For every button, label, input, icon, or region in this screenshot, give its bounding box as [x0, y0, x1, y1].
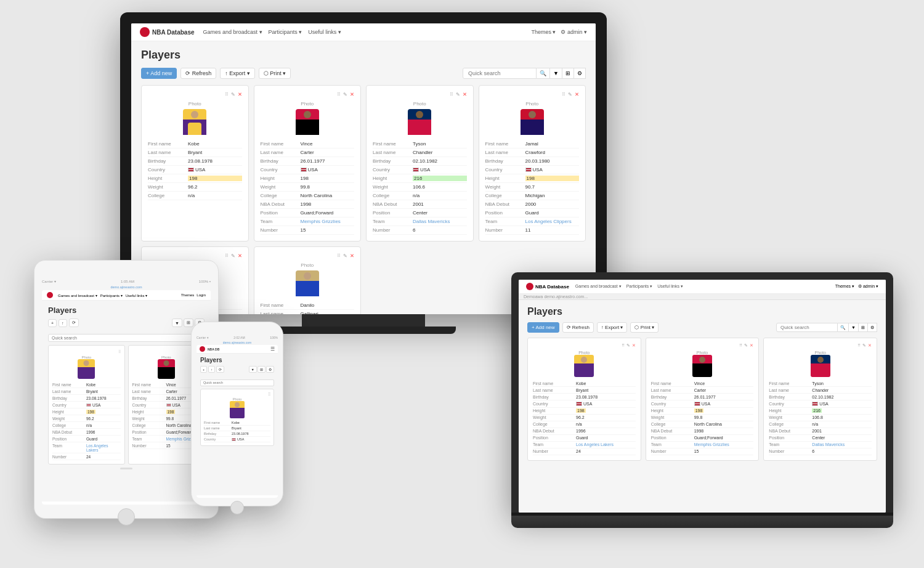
laptop-frame: NBA Database Games and broadcast ▾ Parti… [511, 272, 893, 513]
tab-card-menu[interactable]: ⠿ [118, 349, 121, 354]
tablet-refresh-btn[interactable]: ⟳ [69, 318, 79, 327]
card-menu-icon[interactable]: ⠿ [337, 253, 341, 259]
phone-filter-btn[interactable]: ▼ [249, 366, 257, 373]
player-row: Number11 [485, 226, 580, 235]
player-row: Birthday02.10.1982 [373, 157, 467, 166]
laptop-card-header-kobe: ⠿ ✎ ✕ [533, 343, 636, 348]
laptop-card-edit-icon[interactable]: ✎ [626, 343, 630, 348]
card-edit-icon[interactable]: ✎ [568, 92, 572, 97]
laptop-add-button[interactable]: + Add new [527, 322, 559, 333]
tablet-screen: Games and broadcast ▾ Participants ▾ Use… [42, 290, 211, 505]
laptop-nav-links[interactable]: Useful links ▾ [657, 284, 683, 289]
laptop-cols-btn[interactable]: ⊞ [859, 323, 868, 332]
laptop-card-edit-icon[interactable]: ✎ [744, 343, 748, 348]
tablet-search-input[interactable] [48, 334, 205, 342]
card-delete-icon[interactable]: ✕ [238, 253, 242, 259]
desktop-columns-button[interactable]: ⊞ [562, 68, 574, 79]
laptop-refresh-button[interactable]: ⟳ Refresh [562, 322, 594, 333]
tablet-themes[interactable]: Themes [181, 293, 195, 297]
phone-add-btn[interactable]: + [200, 366, 207, 373]
player-row: Last nameCarter [261, 148, 355, 157]
export-button[interactable]: ↑ Export ▾ [220, 68, 255, 79]
laptop-export-button[interactable]: ↑ Export ▾ [597, 322, 628, 333]
laptop-card-delete-icon[interactable]: ✕ [750, 343, 753, 348]
tablet-login[interactable]: Login [197, 293, 206, 297]
nav-participants[interactable]: Participants ▾ [269, 29, 302, 35]
card-menu-icon[interactable]: ⠿ [225, 253, 229, 259]
card-edit-icon[interactable]: ✎ [231, 253, 235, 259]
phone-status-bar: Carrier ▾ 2:02 AM 100% [197, 336, 278, 339]
card-menu-icon[interactable]: ⠿ [337, 92, 341, 97]
player-row: Number15 [261, 226, 355, 235]
card-edit-icon[interactable]: ✎ [456, 92, 460, 97]
laptop-card-edit-icon[interactable]: ✎ [862, 343, 866, 348]
tablet-card-kobe: ⠿ Photo First nameKobe Last nameBryant B… [48, 345, 125, 465]
player-row: Birthday20.03.1980 [485, 157, 580, 166]
player-row: Collegen/a [148, 192, 242, 200]
laptop-nav-games[interactable]: Games and broadcast ▾ [575, 284, 622, 289]
laptop-card-delete-icon[interactable]: ✕ [868, 343, 872, 348]
nav-links-useful[interactable]: Useful links ▾ [308, 29, 341, 35]
phone-cols-btn[interactable]: ⊞ [257, 366, 265, 373]
phone-card-menu[interactable]: ⠿ [268, 392, 270, 396]
card-menu-icon[interactable]: ⠿ [450, 92, 453, 97]
add-new-button[interactable]: + Add new [141, 68, 177, 79]
card-edit-icon[interactable]: ✎ [343, 253, 347, 259]
laptop-card-menu-icon[interactable]: ⠿ [739, 343, 742, 348]
phone-settings-btn[interactable]: ⚙ [266, 366, 274, 373]
card-menu-icon[interactable]: ⠿ [562, 92, 565, 97]
laptop-card-delete-icon[interactable]: ✕ [632, 343, 636, 348]
laptop-search-input[interactable] [776, 323, 838, 332]
nav-games[interactable]: Games and broadcast ▾ [203, 29, 262, 35]
laptop-card-menu-icon[interactable]: ⠿ [622, 343, 625, 348]
phone-refresh-btn[interactable]: ⟳ [216, 366, 224, 373]
laptop-card-menu-icon[interactable]: ⠿ [857, 343, 861, 348]
laptop-page-title: Players [527, 306, 877, 317]
phone-search-input[interactable] [200, 379, 274, 386]
nav-admin[interactable]: ⚙ admin ▾ [561, 29, 587, 35]
laptop-settings-btn[interactable]: ⚙ [868, 323, 877, 332]
laptop-url-text: Demoawa demo.ajineastro.com... [524, 294, 588, 299]
phone-screen: NBA DB ☰ Players + ↑ ⟳ ▼ ⊞ ⚙ [197, 345, 278, 498]
phone-menu-btn[interactable]: ☰ [270, 346, 275, 352]
card-delete-icon[interactable]: ✕ [350, 92, 354, 97]
player-row: Weight106.6 [373, 183, 467, 192]
laptop-print-button[interactable]: ⬡ Print ▾ [630, 322, 659, 333]
tablet-url: demo.ajineastro.com [42, 285, 211, 289]
player-row: CollegeMichigan [485, 192, 580, 200]
tablet-filter-btn[interactable]: ▼ [172, 318, 182, 327]
card-delete-icon[interactable]: ✕ [575, 92, 579, 97]
laptop-search-btn[interactable]: 🔍 [838, 323, 849, 332]
player-row: TeamLos Angeles Clippers [485, 217, 580, 226]
phone-home-button[interactable] [230, 501, 244, 514]
tablet-nav-games[interactable]: Games and broadcast ▾ [58, 293, 97, 298]
laptop-themes[interactable]: Themes ▾ [835, 284, 854, 289]
print-button[interactable]: ⬡ Print ▾ [259, 68, 291, 79]
monitor-base [271, 327, 456, 334]
tablet-export-btn[interactable]: ↑ [59, 319, 67, 327]
tablet-nav-links[interactable]: Useful links ▾ [126, 293, 147, 298]
tablet-home-button[interactable] [118, 508, 135, 525]
player-row: PositionGuard;Forward [261, 209, 355, 217]
player-row: CountryUSA [261, 166, 355, 174]
tablet-nav-participants[interactable]: Participants ▾ [100, 293, 123, 298]
card-menu-icon[interactable]: ⠿ [225, 92, 229, 97]
nav-themes[interactable]: Themes ▾ [531, 29, 556, 35]
card-delete-icon[interactable]: ✕ [463, 92, 467, 97]
tablet-add-btn[interactable]: + [48, 319, 57, 327]
desktop-settings-button[interactable]: ⚙ [574, 68, 586, 79]
desktop-toolbar: + Add new ⟳ Refresh ↑ Export ▾ ⬡ Print ▾… [141, 68, 586, 79]
laptop-admin[interactable]: ⚙ admin ▾ [858, 284, 878, 289]
laptop-filter-btn[interactable]: ▼ [849, 323, 859, 332]
phone-export-btn[interactable]: ↑ [208, 366, 215, 373]
desktop-nav-links[interactable]: Games and broadcast ▾ Participants ▾ Use… [203, 29, 341, 35]
desktop-filter-button[interactable]: ▼ [550, 68, 562, 79]
desktop-search-input[interactable] [463, 68, 537, 79]
desktop-search-button[interactable]: 🔍 [537, 68, 550, 79]
card-edit-icon[interactable]: ✎ [231, 92, 235, 97]
card-delete-icon[interactable]: ✕ [350, 253, 354, 259]
card-edit-icon[interactable]: ✎ [343, 92, 347, 97]
card-delete-icon[interactable]: ✕ [238, 92, 242, 97]
laptop-nav-participants[interactable]: Participants ▾ [626, 284, 653, 289]
refresh-button[interactable]: ⟳ Refresh [180, 68, 216, 79]
